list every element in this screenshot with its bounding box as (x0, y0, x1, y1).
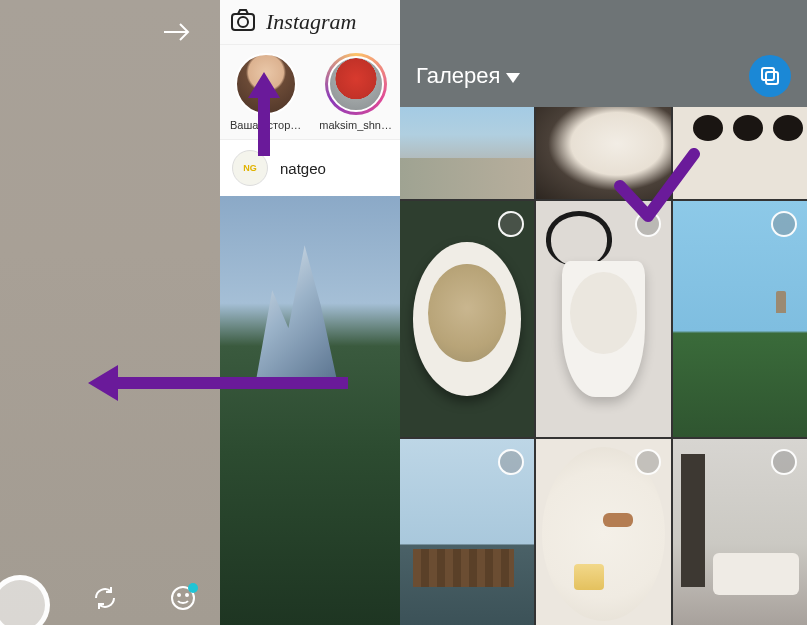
camera-icon (230, 8, 256, 32)
selection-circle[interactable] (635, 449, 661, 475)
story-label: maksim_shn… (319, 119, 392, 131)
selection-circle[interactable] (771, 449, 797, 475)
feed-user-avatar[interactable]: NG (232, 150, 268, 186)
selection-circle[interactable] (771, 211, 797, 237)
gallery-preview-strip (400, 0, 807, 45)
caret-down-icon (506, 63, 520, 89)
gallery-grid (400, 107, 807, 625)
notification-dot (188, 583, 198, 593)
gallery-toolbar: Галерея (400, 45, 807, 107)
gallery-thumb[interactable] (400, 439, 534, 625)
gallery-thumb[interactable] (536, 201, 670, 437)
gallery-thumb[interactable] (673, 439, 807, 625)
svg-rect-8 (766, 72, 778, 84)
story-camera-panel (0, 0, 220, 625)
svg-point-3 (186, 594, 188, 596)
instagram-header: Instagram (220, 0, 400, 45)
story-label: Ваша истор… (230, 119, 301, 131)
feed-post-header[interactable]: NG natgeo (220, 139, 400, 196)
sticker-button[interactable] (170, 585, 196, 615)
gallery-thumb[interactable] (400, 107, 534, 199)
flip-camera-button[interactable] (92, 585, 118, 615)
gallery-title-text: Галерея (416, 63, 500, 89)
gallery-folder-selector[interactable]: Галерея (416, 63, 520, 89)
open-camera-button[interactable] (230, 8, 256, 36)
feed-username[interactable]: natgeo (280, 160, 326, 177)
svg-point-5 (238, 17, 248, 27)
story-avatar (235, 53, 297, 115)
story-avatar (328, 56, 384, 112)
gallery-thumb[interactable] (673, 201, 807, 437)
stories-row[interactable]: Ваша истор… maksim_shn… (220, 45, 400, 139)
story-item-yours[interactable]: Ваша истор… (230, 53, 301, 131)
camera-shutter-button[interactable] (0, 575, 50, 625)
svg-marker-6 (506, 73, 520, 83)
next-arrow-icon (162, 20, 192, 44)
selection-circle[interactable] (498, 211, 524, 237)
svg-point-2 (178, 594, 180, 596)
instagram-feed-panel: Instagram Ваша истор… maksim_shn… NG nat… (220, 0, 400, 625)
thumb-content (413, 242, 520, 395)
gallery-thumb[interactable] (536, 439, 670, 625)
multi-select-button[interactable] (749, 55, 791, 97)
selection-circle[interactable] (498, 449, 524, 475)
next-arrow-button[interactable] (162, 20, 192, 48)
gallery-thumb[interactable] (536, 107, 670, 199)
selection-circle[interactable] (635, 211, 661, 237)
gallery-panel: Галерея (400, 0, 807, 625)
thumb-content (562, 261, 645, 398)
story-item-user[interactable]: maksim_shn… (319, 53, 392, 131)
svg-rect-7 (762, 68, 774, 80)
gallery-thumb[interactable] (673, 107, 807, 199)
instagram-logo: Instagram (266, 9, 356, 35)
gallery-thumb[interactable] (400, 201, 534, 437)
flip-camera-icon (92, 585, 118, 611)
feed-post-image[interactable] (220, 196, 400, 625)
multi-select-icon (759, 65, 781, 87)
